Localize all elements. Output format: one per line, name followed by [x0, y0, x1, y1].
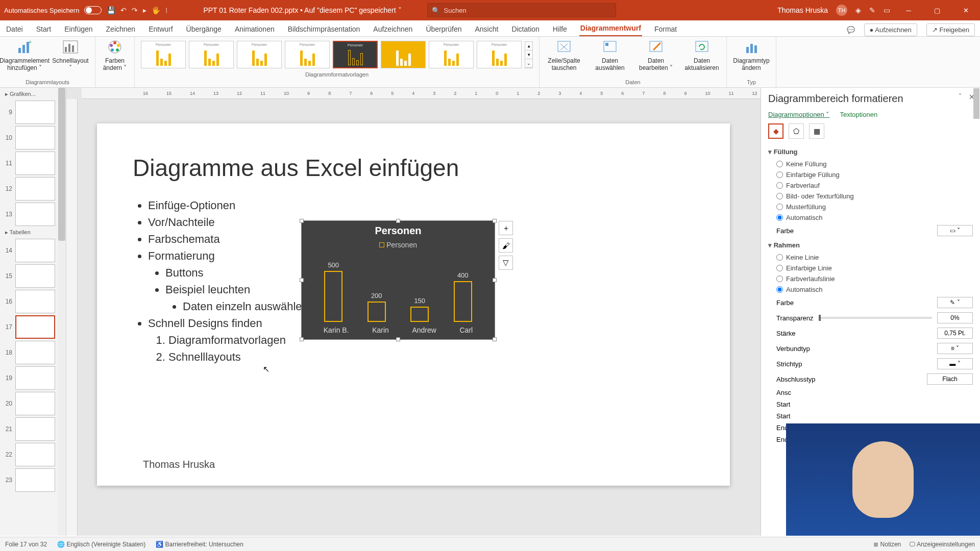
chart-style-7[interactable]: Personen: [429, 41, 474, 68]
autosave-toggle[interactable]: [84, 6, 102, 14]
save-icon[interactable]: 💾: [107, 6, 115, 14]
border-color-picker[interactable]: ✎ ˅: [937, 297, 973, 308]
slide-thumb-17[interactable]: 17: [3, 315, 63, 339]
slide-title[interactable]: Diagramme aus Excel einfügen: [133, 154, 694, 182]
slide-thumb-22[interactable]: 22: [3, 443, 63, 466]
comments-icon[interactable]: 💬: [847, 26, 855, 34]
fill-color-picker[interactable]: ▭ ˅: [937, 225, 973, 236]
record-button[interactable]: ● Aufzeichnen: [864, 23, 917, 36]
tab-format[interactable]: Format: [653, 22, 678, 36]
fill-line-tab-icon[interactable]: ◆: [768, 123, 783, 139]
slide-thumb-12[interactable]: 12: [3, 177, 63, 201]
text-options-tab[interactable]: Textoptionen: [840, 111, 877, 118]
tab-übergänge[interactable]: Übergänge: [185, 22, 223, 36]
select-data-button[interactable]: Daten auswählen: [590, 39, 630, 71]
effects-tab-icon[interactable]: ⬠: [789, 123, 804, 139]
bar-0[interactable]: 500: [315, 261, 351, 322]
window-icon[interactable]: ▭: [884, 6, 890, 14]
chart-styles-button[interactable]: 🖌: [499, 238, 513, 253]
file-name[interactable]: PPT 01 Roter Faden 002.pptx • Auf "diese…: [203, 6, 401, 14]
transparency-input[interactable]: 0%: [937, 312, 973, 323]
slide-thumb-18[interactable]: 18: [3, 341, 63, 364]
tab-entwurf[interactable]: Entwurf: [148, 22, 174, 36]
tab-überprüfen[interactable]: Überprüfen: [425, 22, 462, 36]
chart-style-3[interactable]: Personen: [237, 41, 282, 68]
slide-thumb-19[interactable]: 19: [3, 366, 63, 390]
undo-icon[interactable]: ↶: [120, 6, 127, 14]
tab-bildschirmpräsentation[interactable]: Bildschirmpräsentation: [287, 22, 361, 36]
chart-style-6[interactable]: [381, 41, 426, 68]
fill-solid-radio[interactable]: Einfarbige Füllung: [768, 169, 973, 180]
language-status[interactable]: 🌐 Englisch (Vereinigte Staaten): [57, 541, 145, 548]
chart-style-4[interactable]: Personen: [285, 41, 330, 68]
border-auto-radio[interactable]: Automatisch: [768, 284, 973, 295]
minimize-button[interactable]: ─: [898, 7, 919, 14]
bar-1[interactable]: 200: [359, 292, 395, 322]
chart-style-1[interactable]: Personen: [141, 41, 186, 68]
tab-start[interactable]: Start: [35, 22, 53, 36]
thumb-section-graphics[interactable]: ▸ Grafiken...: [2, 90, 64, 98]
cap-picker[interactable]: Flach: [927, 373, 973, 385]
maximize-button[interactable]: ▢: [927, 7, 947, 14]
fill-section[interactable]: Füllung: [768, 145, 973, 159]
border-gradient-radio[interactable]: Farbverlaufslinie: [768, 273, 973, 284]
dash-picker[interactable]: ▬ ˅: [937, 358, 973, 369]
tab-ansicht[interactable]: Ansicht: [474, 22, 499, 36]
refresh-data-button[interactable]: Daten aktualisieren: [681, 39, 722, 71]
accessibility-status[interactable]: ♿ Barrierefreiheit: Untersuchen: [156, 541, 243, 548]
chart-style-2[interactable]: Personen: [189, 41, 234, 68]
change-chart-type-button[interactable]: Diagrammtyp ändern: [731, 39, 772, 71]
border-section[interactable]: Rahmen: [768, 238, 973, 252]
compound-picker[interactable]: ≡ ˅: [937, 343, 973, 354]
chart-filter-button[interactable]: ▽: [499, 256, 513, 270]
tab-hilfe[interactable]: Hilfe: [552, 22, 568, 36]
border-solid-radio[interactable]: Einfarbige Linie: [768, 263, 973, 273]
chart-elements-button[interactable]: ＋: [499, 221, 513, 235]
search-input[interactable]: 🔍 Suchen: [427, 3, 616, 17]
tab-dictation[interactable]: Dictation: [510, 22, 540, 36]
slide-thumb-10[interactable]: 10: [3, 126, 63, 149]
touch-icon[interactable]: 🖐: [152, 6, 160, 14]
edit-data-button[interactable]: Daten bearbeiten ˅: [635, 39, 676, 71]
tab-diagrammentwurf[interactable]: Diagrammentwurf: [579, 21, 642, 36]
add-chart-element-button[interactable]: +Diagrammelement hinzufügen ˅: [4, 39, 45, 71]
slide-thumb-16[interactable]: 16: [3, 290, 63, 313]
slide-thumb-9[interactable]: 9: [3, 101, 63, 124]
display-settings-button[interactable]: 🖵 Anzeigeeinstellungen: [909, 541, 975, 548]
cloud-icon[interactable]: ◈: [855, 6, 861, 14]
chart-style-5[interactable]: Personen: [333, 41, 378, 68]
quick-layout-button[interactable]: Schnelllayout ˅: [50, 39, 91, 71]
user-name[interactable]: Thomas Hruska: [777, 6, 828, 14]
fill-picture-radio[interactable]: Bild- oder Texturfüllung: [768, 191, 973, 202]
fill-auto-radio[interactable]: Automatisch: [768, 212, 973, 223]
fill-none-radio[interactable]: Keine Füllung: [768, 159, 973, 169]
size-tab-icon[interactable]: ▦: [809, 123, 824, 139]
tab-animationen[interactable]: Animationen: [234, 22, 276, 36]
redo-icon[interactable]: ↷: [132, 6, 138, 14]
fill-pattern-radio[interactable]: Musterfüllung: [768, 202, 973, 212]
style-gallery-scroll[interactable]: ▴▾⌄: [525, 41, 533, 68]
close-button[interactable]: ✕: [955, 7, 976, 14]
fill-gradient-radio[interactable]: Farbverlauf: [768, 180, 973, 191]
thumb-section-tables[interactable]: ▸ Tabellen: [2, 228, 64, 237]
border-none-radio[interactable]: Keine Linie: [768, 252, 973, 263]
pane-collapse-icon[interactable]: ˅: [959, 93, 962, 100]
share-button[interactable]: ↗ Freigeben: [926, 23, 975, 36]
avatar[interactable]: TH: [836, 5, 847, 16]
slide-canvas[interactable]: Diagramme aus Excel einfügen Einfüge-Opt…: [97, 123, 730, 486]
thumbs-scrollbar[interactable]: [58, 88, 66, 536]
slide-thumb-20[interactable]: 20: [3, 392, 63, 415]
slide-thumb-21[interactable]: 21: [3, 417, 63, 441]
notes-button[interactable]: ≣ Notizen: [873, 541, 901, 548]
slide-thumb-15[interactable]: 15: [3, 264, 63, 288]
qat-more-icon[interactable]: ⁝: [165, 6, 167, 14]
bar-3[interactable]: 400: [445, 271, 481, 322]
transparency-slider[interactable]: [819, 317, 933, 319]
slide-thumb-11[interactable]: 11: [3, 152, 63, 175]
width-input[interactable]: 0,75 Pt.: [937, 328, 973, 339]
bar-2[interactable]: 150: [402, 297, 437, 322]
slide-counter[interactable]: Folie 17 von 32: [5, 541, 47, 548]
slide-thumb-23[interactable]: 23: [3, 468, 63, 492]
draw-icon[interactable]: ✎: [869, 6, 875, 14]
tab-zeichnen[interactable]: Zeichnen: [105, 22, 137, 36]
